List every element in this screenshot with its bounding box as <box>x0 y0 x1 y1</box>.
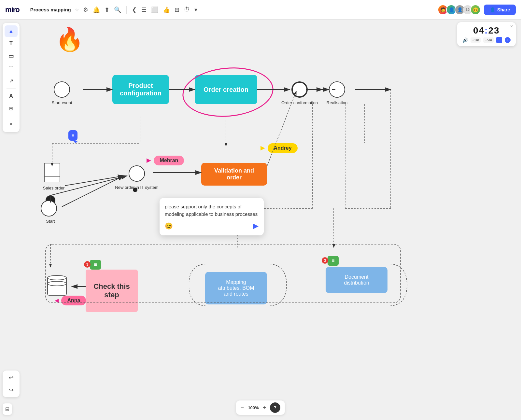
timer-seconds: 23 <box>488 25 500 35</box>
line-tool[interactable]: ↗ <box>5 75 18 87</box>
svg-marker-9 <box>225 143 227 147</box>
chevron-down-icon[interactable]: ▾ <box>194 6 197 13</box>
add-1m-button[interactable]: +1m <box>471 37 481 43</box>
topbar-divider-2 <box>126 6 127 14</box>
order-conformation-node[interactable] <box>291 81 308 98</box>
check-step-badge: 3 <box>84 261 91 268</box>
document-distribution-label: Document distribution <box>344 274 369 286</box>
document-dist-badge: 3 <box>322 257 328 264</box>
product-configuration-label: Product configuration <box>120 82 162 97</box>
check-this-step-label: Check this step <box>93 282 130 299</box>
doc-icon[interactable]: ☰ <box>141 6 147 13</box>
avatar-last: 😊 <box>470 5 481 15</box>
timer-widget: ✕ 04:23 🔊 +1m +5m ⏸ <box>457 22 516 46</box>
panel-icon: ⊟ <box>5 406 9 412</box>
share-icon: 👤 <box>490 7 495 12</box>
andrey-cursor: ▶ Andrey <box>260 143 298 153</box>
timer-icon-top[interactable]: ⏱ <box>184 6 190 13</box>
left-toolbar: ▲ T ▭ ⌒ ↗ A ⊞ » <box>3 23 20 132</box>
tool-divider-1 <box>7 88 16 89</box>
topbar: miro Process mapping ☆ ⚙ 🔔 ⬆ 🔍 ❮ ☰ ⬜ 👍 ⊞… <box>0 0 521 20</box>
share-button[interactable]: 👤 Share <box>484 5 516 15</box>
realisation-label: Realisation <box>319 100 355 105</box>
canvas: ✕ 04:23 🔊 +1m +5m ⏸ <box>0 20 521 420</box>
doc-arc-right <box>387 264 430 306</box>
notification-icon[interactable]: 🔔 <box>93 6 100 13</box>
redo-button[interactable]: ↪ <box>5 384 18 396</box>
sound-icon[interactable]: 🔊 <box>462 37 468 43</box>
timer-display: 04:23 <box>473 25 500 36</box>
frame-tool[interactable]: ⊞ <box>5 103 18 114</box>
topbar-right: 🧑 👤 👤 12 😊 👤 Share <box>438 5 516 15</box>
export-icon[interactable]: ⬆ <box>105 6 109 13</box>
timer-minutes: 04 <box>473 25 485 35</box>
order-creation-label: Order creation <box>204 86 248 93</box>
sticky-tool[interactable]: ▭ <box>5 50 18 62</box>
undo-redo-toolbar: ↩ ↪ <box>3 371 20 397</box>
mapping-arc-left <box>189 264 231 306</box>
start-event-label: Start event <box>42 100 81 105</box>
comment-send-button[interactable]: ▶ <box>253 222 259 230</box>
bottom-toolbar: − 100% + ? <box>236 400 285 415</box>
database-node[interactable] <box>47 275 67 298</box>
sales-order-icon <box>44 163 60 182</box>
like-icon[interactable]: 👍 <box>163 6 170 13</box>
comment-text: please support only the concepts of mode… <box>165 203 259 218</box>
andrey-label: Andrey <box>268 143 297 153</box>
validation-order-node[interactable]: Validation and order <box>201 163 267 186</box>
grid-icon[interactable]: ⊞ <box>175 6 179 13</box>
zoom-in-button[interactable]: + <box>263 404 266 411</box>
check-this-step-node[interactable]: Check this step <box>86 270 138 312</box>
timer-stop-button[interactable] <box>496 37 502 43</box>
timer-controls: 🔊 +1m +5m ⏸ <box>462 37 511 43</box>
chat-bubble-icon[interactable]: ≡ <box>68 130 77 141</box>
mehran-cursor: ▶ Mehran <box>147 156 184 165</box>
validation-order-label: Validation and order <box>214 167 254 181</box>
product-configuration-node[interactable]: Product configuration <box>112 75 169 104</box>
sales-order-label: Sales order <box>36 186 72 190</box>
more-tools[interactable]: » <box>5 118 18 130</box>
nav-icon[interactable]: ❮ <box>132 6 137 13</box>
text-tool[interactable]: T <box>5 38 18 49</box>
zoom-out-button[interactable]: − <box>241 404 244 411</box>
topbar-tools: ⚙ 🔔 ⬆ 🔍 <box>83 6 121 13</box>
order-conformation-label: Order conformation <box>280 100 319 105</box>
timer-pause-button[interactable]: ⏸ <box>505 37 511 43</box>
emoji-avatar: 🔥 <box>55 26 84 53</box>
undo-button[interactable]: ↩ <box>5 372 18 384</box>
document-distribution-node[interactable]: Document distribution <box>326 267 387 293</box>
realisation-node[interactable] <box>329 81 345 98</box>
present-icon[interactable]: ⬜ <box>151 6 158 13</box>
topbar-divider-1 <box>25 6 25 14</box>
timer-close-button[interactable]: ✕ <box>510 24 513 29</box>
comment-footer: 😊 ▶ <box>165 222 259 230</box>
font-tool[interactable]: A <box>5 90 18 102</box>
search-icon[interactable]: 🔍 <box>114 6 121 13</box>
star-icon[interactable]: ☆ <box>75 7 79 12</box>
panel-toggle[interactable]: ⊟ <box>3 403 12 415</box>
comment-emoji-button[interactable]: 😊 <box>165 222 173 230</box>
settings-icon[interactable]: ⚙ <box>83 6 88 13</box>
start-event-node[interactable] <box>54 81 70 98</box>
topbar-view-tools: ❮ ☰ ⬜ 👍 ⊞ ⏱ ▾ <box>132 6 197 13</box>
mehran-label: Mehran <box>154 156 184 165</box>
start2-label: Start <box>33 219 68 224</box>
start2-node[interactable] <box>41 200 57 217</box>
filled-event-node <box>133 188 137 192</box>
new-order-node[interactable] <box>129 165 145 182</box>
select-tool[interactable]: ▲ <box>5 25 18 37</box>
zoom-level-display: 100% <box>248 405 259 410</box>
avatar-group: 🧑 👤 👤 12 😊 <box>438 5 481 15</box>
order-creation-node[interactable]: Order creation <box>195 75 257 104</box>
mapping-arc-right <box>267 264 309 306</box>
svg-line-13 <box>65 176 124 186</box>
shapes-tool[interactable]: ⌒ <box>5 63 18 74</box>
comment-popup: please support only the concepts of mode… <box>160 198 264 235</box>
add-5m-button[interactable]: +5m <box>483 37 494 43</box>
share-label: Share <box>497 7 510 12</box>
svg-line-23 <box>62 176 124 207</box>
document-dist-comment-icon[interactable]: ≡ <box>328 256 339 266</box>
check-step-comment-icon[interactable]: ≡ <box>90 260 101 270</box>
sales-order-doc <box>44 163 60 182</box>
help-button[interactable]: ? <box>270 402 280 413</box>
